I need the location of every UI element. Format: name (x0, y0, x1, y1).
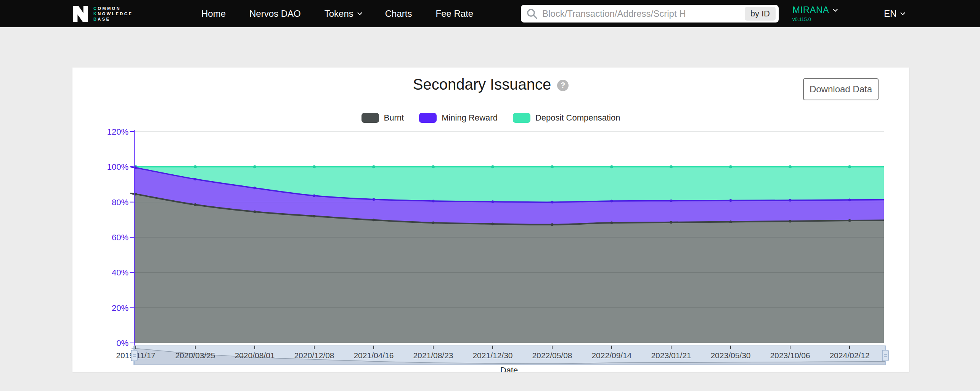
search-input[interactable] (542, 8, 745, 19)
secondary-issuance-chart[interactable]: 0%20%40%60%80%100%120%2019/11/172020/03/… (72, 68, 909, 372)
nav-item-nervos-dao[interactable]: Nervos DAO (249, 8, 301, 19)
svg-text:2021/04/16: 2021/04/16 (353, 351, 394, 360)
nav-bar: COMMON KNOWLEDGE BASE Home Nervos DAO To… (0, 0, 980, 27)
search-icon (526, 8, 538, 19)
network-version: v0.115.0 (792, 16, 837, 22)
chevron-down-icon (833, 7, 838, 12)
chart-card: Secondary Issuance ? Download Data Burnt… (72, 68, 909, 372)
nav-item-fee-rate[interactable]: Fee Rate (435, 8, 473, 19)
svg-text:60%: 60% (112, 233, 129, 242)
svg-text:2020/03/25: 2020/03/25 (175, 351, 215, 360)
y-axis: 0%20%40%60%80%100%120% (107, 127, 134, 349)
svg-text:2020/12/08: 2020/12/08 (294, 351, 334, 360)
nervos-n-icon (72, 5, 88, 23)
x-axis-title: Date (500, 365, 518, 372)
svg-text:2023/10/06: 2023/10/06 (770, 351, 810, 360)
plot-area[interactable] (131, 165, 884, 343)
by-id-button[interactable]: by ID (745, 7, 776, 21)
nav-menu: Home Nervos DAO Tokens Charts Fee Rate (201, 0, 473, 27)
chevron-down-icon (900, 10, 905, 15)
svg-text:20%: 20% (112, 303, 129, 313)
nav-item-home[interactable]: Home (201, 8, 226, 19)
svg-text:2021/12/30: 2021/12/30 (472, 351, 512, 360)
svg-text:2023/01/21: 2023/01/21 (651, 351, 691, 360)
svg-text:40%: 40% (112, 268, 129, 277)
chevron-down-icon (357, 10, 362, 15)
language-switcher[interactable]: EN (884, 0, 904, 27)
ckb-logo[interactable]: COMMON KNOWLEDGE BASE (72, 5, 133, 23)
svg-text:2022/09/14: 2022/09/14 (591, 351, 631, 360)
nav-item-tokens[interactable]: Tokens (325, 8, 361, 19)
svg-text:2022/05/08: 2022/05/08 (532, 351, 572, 360)
svg-text:120%: 120% (107, 127, 129, 137)
svg-text:2020/08/01: 2020/08/01 (235, 351, 275, 360)
logo-text: COMMON KNOWLEDGE BASE (93, 6, 133, 22)
svg-text:100%: 100% (107, 162, 129, 172)
network-switcher[interactable]: MIRANA v0.115.0 (792, 5, 837, 22)
svg-text:0%: 0% (116, 338, 129, 348)
search-box: by ID (521, 5, 779, 23)
svg-text:2021/08/23: 2021/08/23 (413, 351, 453, 360)
svg-text:80%: 80% (112, 198, 129, 207)
svg-text:2023/05/30: 2023/05/30 (710, 351, 750, 360)
svg-text:2024/02/12: 2024/02/12 (829, 351, 869, 360)
nav-item-charts[interactable]: Charts (385, 8, 412, 19)
